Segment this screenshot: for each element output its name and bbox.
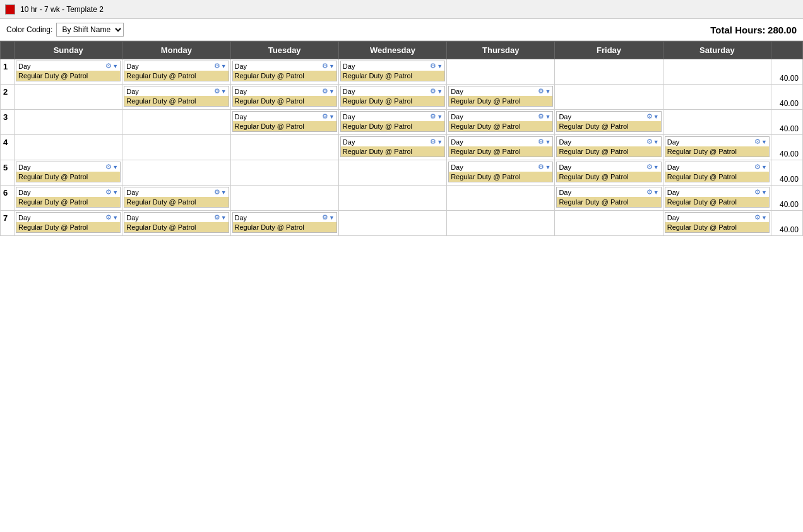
shift-actions[interactable]: ⚙▼ — [214, 188, 227, 196]
shift-actions[interactable]: ⚙▼ — [538, 138, 550, 146]
day-cell-w2-d0[interactable] — [15, 85, 122, 110]
gear-icon[interactable]: ⚙ — [105, 62, 112, 70]
shift-block[interactable]: Day⚙▼Regular Duty @ Patrol — [124, 86, 229, 107]
dropdown-arrow-icon[interactable]: ▼ — [761, 164, 767, 170]
day-cell-w4-d1[interactable] — [122, 135, 230, 160]
gear-icon[interactable]: ⚙ — [538, 87, 544, 95]
gear-icon[interactable]: ⚙ — [538, 163, 544, 171]
shift-block[interactable]: Day⚙▼Regular Duty @ Patrol — [124, 212, 229, 233]
day-cell-w5-d5[interactable]: Day⚙▼Regular Duty @ Patrol — [555, 160, 663, 186]
shift-block[interactable]: Day⚙▼Regular Duty @ Patrol — [340, 86, 445, 107]
gear-icon[interactable]: ⚙ — [322, 112, 328, 121]
shift-block[interactable]: Day⚙▼Regular Duty @ Patrol — [556, 162, 661, 182]
gear-icon[interactable]: ⚙ — [430, 138, 436, 146]
shift-block[interactable]: Day⚙▼Regular Duty @ Patrol — [232, 86, 337, 107]
dropdown-arrow-icon[interactable]: ▼ — [112, 189, 118, 196]
day-cell-w6-d3[interactable] — [338, 186, 446, 211]
dropdown-arrow-icon[interactable]: ▼ — [329, 63, 335, 69]
day-cell-w1-d4[interactable] — [447, 59, 555, 85]
shift-actions[interactable]: ⚙▼ — [754, 163, 767, 171]
gear-icon[interactable]: ⚙ — [214, 62, 220, 70]
day-cell-w3-d0[interactable] — [15, 110, 122, 135]
day-cell-w4-d0[interactable] — [15, 135, 122, 160]
gear-icon[interactable]: ⚙ — [538, 138, 544, 146]
day-cell-w2-d5[interactable] — [555, 85, 663, 110]
gear-icon[interactable]: ⚙ — [646, 163, 653, 171]
day-cell-w4-d3[interactable]: Day⚙▼Regular Duty @ Patrol — [338, 135, 446, 160]
shift-actions[interactable]: ⚙▼ — [430, 62, 443, 70]
dropdown-arrow-icon[interactable]: ▼ — [761, 215, 767, 221]
gear-icon[interactable]: ⚙ — [646, 112, 653, 121]
dropdown-arrow-icon[interactable]: ▼ — [545, 164, 550, 170]
shift-actions[interactable]: ⚙▼ — [538, 112, 550, 121]
shift-block[interactable]: Day⚙▼Regular Duty @ Patrol — [232, 61, 337, 81]
gear-icon[interactable]: ⚙ — [105, 213, 112, 222]
shift-actions[interactable]: ⚙▼ — [430, 112, 443, 121]
dropdown-arrow-icon[interactable]: ▼ — [437, 63, 443, 69]
shift-block[interactable]: Day⚙▼Regular Duty @ Patrol — [16, 212, 121, 233]
day-cell-w4-d2[interactable] — [230, 135, 338, 160]
shift-actions[interactable]: ⚙▼ — [646, 138, 659, 146]
dropdown-arrow-icon[interactable]: ▼ — [761, 139, 767, 145]
dropdown-arrow-icon[interactable]: ▼ — [329, 88, 335, 95]
shift-actions[interactable]: ⚙▼ — [322, 213, 335, 222]
shift-actions[interactable]: ⚙▼ — [538, 163, 550, 171]
dropdown-arrow-icon[interactable]: ▼ — [437, 114, 443, 120]
day-cell-w6-d2[interactable] — [230, 186, 338, 211]
gear-icon[interactable]: ⚙ — [322, 213, 328, 222]
gear-icon[interactable]: ⚙ — [105, 163, 112, 171]
day-cell-w6-d4[interactable] — [447, 186, 555, 211]
gear-icon[interactable]: ⚙ — [214, 87, 220, 95]
dropdown-arrow-icon[interactable]: ▼ — [653, 189, 659, 196]
shift-block[interactable]: Day⚙▼Regular Duty @ Patrol — [16, 187, 121, 208]
shift-block[interactable]: Day⚙▼Regular Duty @ Patrol — [556, 187, 661, 208]
shift-actions[interactable]: ⚙▼ — [646, 188, 659, 196]
day-cell-w6-d6[interactable]: Day⚙▼Regular Duty @ Patrol — [663, 186, 771, 211]
shift-block[interactable]: Day⚙▼Regular Duty @ Patrol — [665, 212, 770, 233]
shift-block[interactable]: Day⚙▼Regular Duty @ Patrol — [665, 162, 770, 182]
day-cell-w6-d5[interactable]: Day⚙▼Regular Duty @ Patrol — [555, 186, 663, 211]
shift-actions[interactable]: ⚙▼ — [214, 62, 227, 70]
shift-block[interactable]: Day⚙▼Regular Duty @ Patrol — [16, 162, 121, 182]
shift-block[interactable]: Day⚙▼Regular Duty @ Patrol — [556, 136, 661, 157]
gear-icon[interactable]: ⚙ — [430, 62, 436, 70]
shift-actions[interactable]: ⚙▼ — [646, 112, 659, 121]
dropdown-arrow-icon[interactable]: ▼ — [653, 114, 659, 120]
day-cell-w7-d3[interactable] — [338, 211, 446, 236]
day-cell-w7-d5[interactable] — [555, 211, 663, 236]
gear-icon[interactable]: ⚙ — [214, 188, 220, 196]
day-cell-w1-d1[interactable]: Day⚙▼Regular Duty @ Patrol — [122, 59, 230, 85]
day-cell-w5-d1[interactable] — [122, 160, 230, 186]
shift-block[interactable]: Day⚙▼Regular Duty @ Patrol — [448, 111, 553, 132]
dropdown-arrow-icon[interactable]: ▼ — [329, 114, 335, 120]
shift-actions[interactable]: ⚙▼ — [430, 138, 443, 146]
gear-icon[interactable]: ⚙ — [430, 87, 436, 95]
shift-block[interactable]: Day⚙▼Regular Duty @ Patrol — [340, 111, 445, 132]
dropdown-arrow-icon[interactable]: ▼ — [653, 164, 659, 170]
shift-block[interactable]: Day⚙▼Regular Duty @ Patrol — [16, 61, 121, 81]
shift-block[interactable]: Day⚙▼Regular Duty @ Patrol — [232, 111, 337, 132]
dropdown-arrow-icon[interactable]: ▼ — [653, 139, 659, 145]
gear-icon[interactable]: ⚙ — [322, 62, 328, 70]
day-cell-w5-d6[interactable]: Day⚙▼Regular Duty @ Patrol — [663, 160, 771, 186]
gear-icon[interactable]: ⚙ — [646, 188, 653, 196]
day-cell-w5-d0[interactable]: Day⚙▼Regular Duty @ Patrol — [15, 160, 122, 186]
gear-icon[interactable]: ⚙ — [105, 188, 112, 196]
shift-block[interactable]: Day⚙▼Regular Duty @ Patrol — [448, 162, 553, 182]
dropdown-arrow-icon[interactable]: ▼ — [545, 88, 550, 95]
day-cell-w2-d4[interactable]: Day⚙▼Regular Duty @ Patrol — [447, 85, 555, 110]
dropdown-arrow-icon[interactable]: ▼ — [112, 215, 118, 221]
shift-actions[interactable]: ⚙▼ — [105, 62, 118, 70]
day-cell-w7-d0[interactable]: Day⚙▼Regular Duty @ Patrol — [15, 211, 122, 236]
dropdown-arrow-icon[interactable]: ▼ — [329, 215, 335, 221]
gear-icon[interactable]: ⚙ — [322, 87, 328, 95]
day-cell-w5-d2[interactable] — [230, 160, 338, 186]
gear-icon[interactable]: ⚙ — [646, 138, 653, 146]
shift-actions[interactable]: ⚙▼ — [430, 87, 443, 95]
shift-block[interactable]: Day⚙▼Regular Duty @ Patrol — [448, 86, 553, 107]
day-cell-w7-d2[interactable]: Day⚙▼Regular Duty @ Patrol — [230, 211, 338, 236]
gear-icon[interactable]: ⚙ — [214, 213, 220, 222]
day-cell-w4-d6[interactable]: Day⚙▼Regular Duty @ Patrol — [663, 135, 771, 160]
shift-actions[interactable]: ⚙▼ — [214, 87, 227, 95]
gear-icon[interactable]: ⚙ — [754, 188, 761, 196]
